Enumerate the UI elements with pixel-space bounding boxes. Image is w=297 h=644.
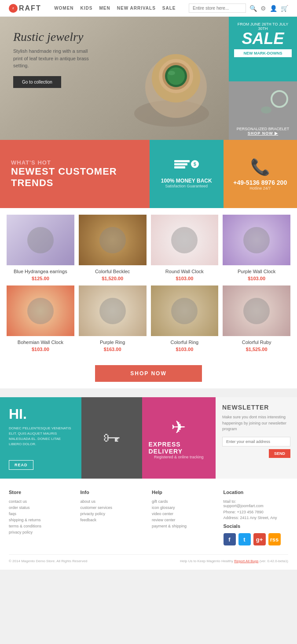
bracelet-link[interactable]: SHOP NOW ▶ xyxy=(248,131,278,135)
product-name: Colorful Ruby xyxy=(223,340,290,345)
sale-sub-text: NEW MARK-DOWNS xyxy=(234,49,292,57)
nav-sale[interactable]: SALE xyxy=(162,6,176,11)
product-image xyxy=(223,215,290,265)
product-price: $103.00 xyxy=(7,347,74,352)
footer-link[interactable]: privacy policy xyxy=(9,530,74,534)
svg-point-11 xyxy=(171,227,198,253)
hero-sale-banner: FROM JUNE 26TH TO JULY 30TH SALE NEW MAR… xyxy=(229,17,297,81)
footer-email-link[interactable]: support@joomfart.com xyxy=(224,504,289,508)
product-name: Round Wall Clock xyxy=(151,269,219,274)
footer-link[interactable]: review center xyxy=(152,518,217,522)
product-image xyxy=(79,285,147,336)
banner-hot-title: NEWEST CUSTOMER TRENDS xyxy=(11,166,139,189)
product-image xyxy=(223,285,290,336)
bracelet-label: PERSONALIZED BRACELET xyxy=(237,127,290,131)
product-card[interactable]: Colorful Ring $103.00 xyxy=(151,285,219,352)
footer-link[interactable]: contact us xyxy=(9,499,74,504)
footer-link[interactable]: icon glossary xyxy=(152,505,217,510)
products-section: Blue Hydrangea earrings $125.00 Colorful… xyxy=(0,208,297,359)
footer-link[interactable]: gift cards xyxy=(152,499,217,504)
nav-new-arrivals[interactable]: NEW ARRIVALS xyxy=(117,6,156,11)
shop-now-section: SHOP NOW xyxy=(0,359,297,388)
footer-link[interactable]: faqs xyxy=(9,512,74,516)
footer-help-col: Help gift cards icon glossary video cent… xyxy=(152,490,217,545)
nav-women[interactable]: WOMEN xyxy=(54,6,73,11)
report-bugs-link[interactable]: Report All Bugs xyxy=(234,559,258,563)
banner-row: WHAT'S HOT NEWEST CUSTOMER TRENDS $ 100%… xyxy=(0,140,297,208)
product-card[interactable]: Bohemian Wall Clock $103.00 xyxy=(7,285,74,352)
product-image xyxy=(7,215,74,265)
banner-money-back: $ 100% MONEY BACK Satisfaction Guarantee… xyxy=(150,140,224,208)
hero-title: Rustic jewelry xyxy=(13,30,92,44)
footer-link[interactable]: terms & conditions xyxy=(9,524,74,528)
product-card[interactable]: Round Wall Clock $103.00 xyxy=(151,215,219,281)
svg-point-16 xyxy=(243,298,270,324)
googleplus-button[interactable]: g+ xyxy=(253,533,266,545)
svg-point-12 xyxy=(243,227,270,253)
product-price: $163.00 xyxy=(79,347,147,352)
product-card[interactable]: Colorful Ruby $1,525.00 xyxy=(223,285,290,352)
facebook-button[interactable]: f xyxy=(224,533,236,545)
promo-hi-text: DONEC PELLENTESQUE VENENATIS ELIT. QUIS … xyxy=(9,426,73,457)
hero-content: Rustic jewelry Stylish handmade ring wit… xyxy=(13,30,92,88)
footer-link[interactable]: customer services xyxy=(81,505,146,510)
search-icon[interactable]: 🔍 xyxy=(249,5,257,12)
footer-info-title: Info xyxy=(81,490,146,495)
footer-link[interactable]: about us xyxy=(81,499,146,504)
hero-side-banners: FROM JUNE 26TH TO JULY 30TH SALE NEW MAR… xyxy=(229,17,297,140)
search-input[interactable] xyxy=(189,4,246,13)
footer-link[interactable]: video center xyxy=(152,512,217,516)
rss-button[interactable]: rss xyxy=(268,533,281,545)
header-actions: 🔍 ⚙ 👤 🛒 xyxy=(189,4,288,13)
promo-keys-image: 🗝 xyxy=(81,397,142,479)
svg-point-14 xyxy=(99,298,126,324)
newsletter-title: NEWSLETTER xyxy=(222,404,290,411)
cart-icon[interactable]: 🛒 xyxy=(281,5,288,12)
promo-row: HI. DONEC PELLENTESQUE VENENATIS ELIT. Q… xyxy=(0,397,297,479)
product-card[interactable]: Purple Wall Clock $103.00 xyxy=(223,215,290,281)
svg-point-8 xyxy=(261,106,271,113)
hero-cta-button[interactable]: Go to collection xyxy=(13,76,61,88)
twitter-button[interactable]: t xyxy=(238,533,251,545)
product-name: Colorful Becklec xyxy=(79,269,147,274)
footer-link[interactable]: payment & shipping xyxy=(152,524,217,528)
svg-point-9 xyxy=(27,227,54,253)
product-price: $1,520.00 xyxy=(79,276,147,281)
logo-icon: r xyxy=(9,4,18,13)
hero-main: Rustic jewelry Stylish handmade ring wit… xyxy=(0,17,229,140)
newsletter-email-input[interactable] xyxy=(222,437,290,446)
footer-phone: Phone: +123 456 7890 xyxy=(224,510,289,514)
footer-link[interactable]: feedback xyxy=(81,518,146,522)
phone-number: +49-5136 8976 200 xyxy=(233,179,287,186)
footer-link[interactable]: order status xyxy=(9,505,74,510)
copyright-text: © 2014 Magento Demo Store. All Rights Re… xyxy=(9,559,87,563)
main-nav: WOMEN KIDS MEN NEW ARRIVALS SALE xyxy=(54,6,176,11)
shop-now-button[interactable]: SHOP NOW xyxy=(95,365,202,382)
logo-text: RAFT xyxy=(19,4,41,12)
footer-location-title: Location xyxy=(224,490,289,495)
nav-kids[interactable]: KIDS xyxy=(81,6,93,11)
promo-hi-title: HI. xyxy=(9,406,73,422)
promo-read-button[interactable]: READ xyxy=(9,460,33,470)
money-back-sub: Satisfaction Guaranteed xyxy=(165,184,208,188)
product-card[interactable]: Blue Hydrangea earrings $125.00 xyxy=(7,215,74,281)
money-back-title: 100% MONEY BACK xyxy=(161,178,212,184)
dollar-icon: $ xyxy=(191,160,199,168)
phone-icon: 📞 xyxy=(250,158,270,176)
bracelet-image xyxy=(257,86,293,121)
nav-men[interactable]: MEN xyxy=(99,6,110,11)
footer-mail-label: Mail to: support@joomfart.com xyxy=(224,499,289,508)
product-image xyxy=(7,285,74,336)
product-card[interactable]: Colorful Becklec $1,520.00 xyxy=(79,215,147,281)
settings-icon[interactable]: ⚙ xyxy=(260,5,266,12)
product-name: Bohemian Wall Clock xyxy=(7,340,74,345)
product-card[interactable]: Purple Ring $163.00 xyxy=(79,285,147,352)
social-links: f t g+ rss xyxy=(224,533,289,545)
account-icon[interactable]: 👤 xyxy=(270,5,277,12)
footer-link[interactable]: privacty policy xyxy=(81,512,146,516)
newsletter-section: NEWSLETTER Make sure you dont miss inter… xyxy=(216,397,297,479)
newsletter-send-button[interactable]: SEND xyxy=(269,449,290,458)
footer-link[interactable]: shipping & returns xyxy=(9,518,74,522)
delivery-sub: Registered & online tracking xyxy=(154,455,204,459)
delivery-icon: ✈ xyxy=(171,417,186,437)
